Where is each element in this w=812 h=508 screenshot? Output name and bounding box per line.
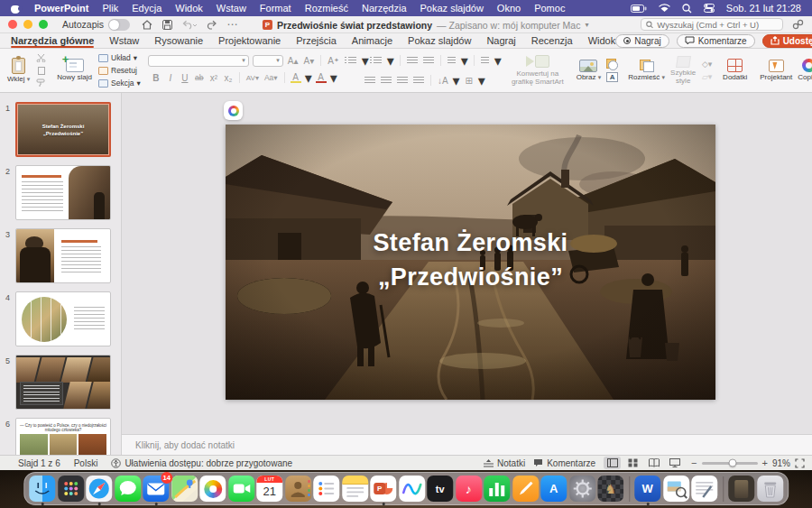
decrease-indent-icon[interactable]: [406, 55, 419, 66]
zoom-slider[interactable]: [702, 462, 758, 465]
copy-icon[interactable]: [35, 66, 47, 76]
dock-mail-icon[interactable]: 14: [143, 476, 169, 502]
zoom-slider-knob[interactable]: [729, 459, 737, 467]
clear-formatting-icon[interactable]: A✦: [327, 55, 340, 66]
thumbnail-slide-2[interactable]: 2: [0, 165, 121, 220]
shape-fill-icon[interactable]: ◇▾: [701, 60, 713, 69]
dock-apple-tv-icon[interactable]: tv: [427, 476, 453, 502]
numbering-icon[interactable]: [373, 55, 383, 66]
font-color-icon[interactable]: A: [316, 73, 327, 83]
zoom-percentage[interactable]: 91%: [772, 458, 790, 468]
thumbnail-slide-1[interactable]: 1 Stefan Żeromski „Przedwiośnie”: [0, 102, 121, 157]
notes-toggle[interactable]: Notatki: [484, 458, 525, 468]
dock-launchpad-icon[interactable]: [58, 476, 84, 502]
dock-freeform-icon[interactable]: [399, 476, 425, 502]
apple-menu-icon[interactable]: [11, 3, 21, 14]
copilot-button[interactable]: Copilot: [795, 58, 812, 83]
designer-button[interactable]: Projektant: [757, 59, 795, 83]
shape-outline-icon[interactable]: ▱▾: [701, 72, 713, 82]
line-spacing-icon[interactable]: [447, 55, 457, 66]
tab-projektowanie[interactable]: Projektowanie: [218, 33, 281, 48]
minimize-window-button[interactable]: [23, 20, 32, 29]
increase-indent-icon[interactable]: [422, 55, 435, 66]
dock-reminders-icon[interactable]: [313, 476, 339, 502]
tab-rysowanie[interactable]: Rysowanie: [154, 33, 203, 48]
menu-okno[interactable]: Okno: [497, 3, 521, 14]
subscript-icon[interactable]: x₂: [223, 72, 234, 83]
justify-icon[interactable]: [412, 75, 425, 86]
dock-textedit-icon[interactable]: [691, 476, 717, 502]
save-icon[interactable]: [162, 20, 172, 30]
menu-app-name[interactable]: PowerPoint: [34, 3, 89, 14]
dock-calendar-icon[interactable]: LUT 21: [256, 476, 282, 502]
quick-styles-button[interactable]: Szybkiestyle: [668, 55, 698, 87]
menu-edycja[interactable]: Edycja: [132, 3, 161, 14]
notes-pane[interactable]: Kliknij, aby dodać notatki: [122, 434, 812, 455]
close-window-button[interactable]: [8, 20, 17, 29]
autosave-toggle[interactable]: [108, 19, 130, 31]
comments-toggle[interactable]: Komentarze: [533, 458, 595, 468]
menu-widok[interactable]: Widok: [175, 3, 203, 14]
character-spacing-icon[interactable]: AV▾: [245, 72, 260, 83]
change-case-icon[interactable]: Aa▾: [263, 72, 279, 83]
tab-widok[interactable]: Widok: [588, 33, 616, 48]
reset-button[interactable]: Resetuj: [98, 65, 141, 77]
dock-system-settings-icon[interactable]: [569, 476, 595, 502]
dock-documents-stack-icon[interactable]: [728, 476, 754, 502]
align-right-icon[interactable]: [396, 75, 409, 86]
shapes-icon[interactable]: [606, 60, 618, 69]
wifi-icon[interactable]: [659, 4, 670, 13]
thumbnail-slide-6[interactable]: 6 — Czy to powieść o Polsce, czy o niedo…: [0, 418, 121, 455]
menubar-clock[interactable]: Sob. 21 lut 21:28: [726, 3, 801, 14]
zoom-window-button[interactable]: [39, 20, 48, 29]
font-name-dropdown[interactable]: ▾: [148, 55, 249, 67]
thumbnail-slide-5[interactable]: 5: [0, 355, 121, 410]
tab-przejscia[interactable]: Przejścia: [296, 33, 337, 48]
strikethrough-icon[interactable]: ab: [194, 72, 205, 83]
spotlight-search-icon[interactable]: [682, 4, 692, 14]
menu-rozmiesc[interactable]: Rozmieść: [305, 3, 348, 14]
slide-canvas[interactable]: Stefan Żeromski „Przedwiośnie”: [226, 125, 715, 400]
highlight-color-icon[interactable]: A: [291, 73, 301, 83]
more-toolbar-icon[interactable]: ⋯: [226, 18, 237, 31]
thumbnail-slide-3[interactable]: 3: [0, 228, 121, 283]
dock-chess-icon[interactable]: ♞: [597, 476, 623, 502]
italic-icon[interactable]: I: [165, 72, 176, 83]
search-input[interactable]: [657, 20, 778, 30]
columns-icon[interactable]: [480, 55, 491, 66]
slide-sorter-view-button[interactable]: [624, 457, 641, 469]
menu-format[interactable]: Format: [260, 3, 291, 14]
slide-title-textbox[interactable]: Stefan Żeromski „Przedwiośnie”: [226, 125, 715, 400]
font-color-dropdown[interactable]: ▾: [330, 69, 337, 87]
paste-button[interactable]: Wklej ▾: [5, 57, 32, 85]
record-button[interactable]: Nagraj: [615, 34, 669, 48]
new-slide-button[interactable]: Nowy slajd: [54, 58, 95, 83]
dock-facetime-icon[interactable]: [228, 476, 254, 502]
reading-view-button[interactable]: [645, 457, 662, 469]
dock-trash-icon[interactable]: [757, 476, 783, 502]
menu-wstaw[interactable]: Wstaw: [217, 3, 246, 14]
align-center-icon[interactable]: [380, 75, 392, 86]
decrease-font-icon[interactable]: A▾: [303, 55, 316, 66]
addins-button[interactable]: Dodatki: [720, 58, 750, 83]
dock-notes-icon[interactable]: [342, 476, 368, 502]
search-field[interactable]: [641, 18, 783, 31]
picture-button[interactable]: Obraz ▾: [574, 59, 604, 83]
layout-button[interactable]: Układ▾: [98, 52, 141, 64]
cut-icon[interactable]: [35, 53, 47, 63]
home-icon[interactable]: [142, 20, 152, 30]
dock-app-store-icon[interactable]: A: [540, 476, 567, 502]
share-link-icon[interactable]: [792, 19, 804, 30]
battery-icon[interactable]: [631, 5, 647, 13]
dock-contacts-icon[interactable]: [285, 476, 311, 502]
comments-button[interactable]: Komentarze: [677, 34, 755, 48]
text-direction-icon[interactable]: ↓A: [437, 75, 449, 86]
font-size-dropdown[interactable]: ▾: [253, 55, 283, 67]
bold-icon[interactable]: B: [151, 72, 161, 83]
tab-animacje[interactable]: Animacje: [352, 33, 392, 48]
dock-pages-icon[interactable]: [512, 476, 539, 502]
highlight-color-dropdown[interactable]: ▾: [305, 69, 312, 87]
zoom-in-button[interactable]: +: [762, 457, 768, 468]
dock-messages-icon[interactable]: [115, 476, 141, 502]
share-button[interactable]: Udostępnij ▾: [762, 34, 812, 48]
